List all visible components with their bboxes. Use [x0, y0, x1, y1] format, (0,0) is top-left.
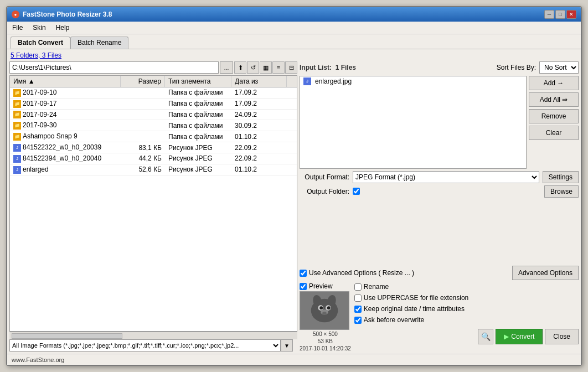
file-size-cell: 52,6 КБ	[121, 164, 165, 174]
action-buttons: 🔍 ▶ Convert Close	[354, 329, 579, 344]
advanced-options-button[interactable]: Advanced Options	[512, 266, 579, 280]
view-list-button[interactable]: ≡	[272, 61, 285, 74]
clear-button[interactable]: Clear	[529, 126, 579, 140]
maximize-button[interactable]: □	[555, 10, 565, 19]
list-item[interactable]: 📁2017-09-30 Папка с файлами 30.09.2	[10, 120, 297, 131]
file-date-cell: 01.10.2	[231, 164, 287, 174]
file-size-cell	[121, 102, 165, 105]
minimize-button[interactable]: ─	[544, 10, 554, 19]
title-bar-left: ● FastStone Photo Resizer 3.8	[12, 11, 112, 18]
rename-checkbox[interactable]	[354, 283, 362, 291]
input-list-box[interactable]: J enlarged.jpg	[300, 76, 527, 169]
file-type-cell: Папка с файлами	[165, 99, 231, 108]
settings-button[interactable]: Settings	[543, 171, 579, 183]
preview-action-button[interactable]: 🔍	[478, 329, 493, 344]
file-size-cell	[121, 136, 165, 138]
file-list[interactable]: Имя ▲ Размер Тип элемента Дата из 📁2017-…	[9, 75, 297, 332]
output-folder-checkbox[interactable]	[353, 188, 360, 195]
toolbar-icons: ⬆ ↺ ▦ ≡ ⊟	[234, 61, 297, 74]
list-item[interactable]: J841522394_w0_h0_20040 44,2 КБ Рисунок J…	[10, 153, 297, 164]
convert-label: Convert	[511, 333, 534, 340]
tab-batch-rename[interactable]: Batch Rename	[70, 37, 128, 49]
list-item[interactable]: 📁2017-09-17 Папка с файлами 17.09.2	[10, 99, 297, 110]
file-name-cell: 📁2017-09-17	[10, 99, 121, 109]
preview-filesize: 53 KB	[300, 338, 351, 344]
file-name-cell: 📁2017-09-30	[10, 120, 121, 131]
browse-button[interactable]: Browse	[544, 185, 579, 198]
file-date-cell: 30.09.2	[231, 121, 287, 131]
browse-path-button[interactable]: ...	[220, 61, 233, 74]
add-button[interactable]: Add →	[529, 76, 579, 90]
advanced-options-header: Use Advanced Options ( Resize ... ) Adva…	[300, 266, 579, 280]
list-item[interactable]: 📁2017-09-24 Папка с файлами 24.09.2	[10, 110, 297, 121]
uppercase-checkbox[interactable]	[354, 294, 362, 302]
view-small-button[interactable]: ▦	[260, 61, 272, 74]
file-type-cell: Рисунок JPEG	[165, 153, 231, 163]
preview-section: Preview	[300, 282, 351, 352]
list-item[interactable]: J841522322_w0_h0_20039 83,1 КБ Рисунок J…	[10, 142, 297, 153]
ask-overwrite-label: Ask before overwrite	[364, 316, 424, 324]
file-size-cell	[121, 113, 165, 116]
file-size-cell: 83,1 КБ	[121, 143, 165, 153]
tabs-row: Batch Convert Batch Rename	[7, 34, 581, 49]
sort-select[interactable]: No Sort Name Date Size	[539, 61, 579, 74]
list-item[interactable]: J enlarged.jpg	[300, 76, 526, 86]
menu-skin[interactable]: Skin	[31, 23, 47, 32]
menu-bar: File Skin Help	[7, 22, 581, 34]
add-all-button[interactable]: Add All ⇒	[529, 92, 579, 107]
file-date-cell: 17.09.2	[231, 99, 287, 108]
remove-button[interactable]: Remove	[529, 109, 579, 123]
file-date-cell: 22.09.2	[231, 143, 287, 153]
file-icon: J	[13, 155, 21, 163]
refresh-button[interactable]: ↺	[247, 61, 259, 74]
folder-icon: 📁	[13, 89, 21, 97]
file-icon: J	[303, 78, 311, 85]
file-type-cell: Папка с файлами	[165, 121, 231, 131]
sort-label: Sort Files By:	[497, 64, 536, 71]
list-item[interactable]: 📁2017-09-10 Папка с файлами 17.09.2	[10, 87, 297, 99]
col-header-name[interactable]: Имя ▲	[10, 76, 121, 87]
up-folder-button[interactable]: ⬆	[234, 61, 246, 74]
close-action-button[interactable]: Close	[545, 329, 579, 344]
filter-dropdown-button[interactable]: ▼	[281, 339, 293, 352]
convert-button[interactable]: ▶ Convert	[496, 329, 543, 344]
main-area: ... ⬆ ↺ ▦ ≡ ⊟ Имя ▲ Размер Тип элемента	[9, 61, 579, 352]
tab-batch-convert[interactable]: Batch Convert	[11, 37, 70, 49]
file-size-cell	[121, 91, 165, 94]
output-folder-label: Output Folder:	[300, 188, 349, 195]
output-section: Output Format: JPEG Format (*.jpg) Setti…	[300, 171, 579, 264]
folder-icon: 📁	[13, 133, 21, 141]
menu-help[interactable]: Help	[54, 23, 71, 32]
window-title: FastStone Photo Resizer 3.8	[23, 11, 112, 18]
preview-checkbox[interactable]	[300, 283, 307, 290]
horizontal-scrollbar[interactable]	[9, 332, 297, 339]
filter-select[interactable]: All Image Formats (*.jpg;*.jpe;*.jpeg;*.…	[9, 339, 281, 352]
menu-file[interactable]: File	[11, 23, 24, 32]
options-and-convert: Rename Use UPPERCASE for file extension …	[354, 282, 579, 344]
filter-bar: All Image Formats (*.jpg;*.jpe;*.jpeg;*.…	[9, 339, 297, 352]
col-header-type[interactable]: Тип элемента	[165, 76, 231, 87]
rename-row: Rename	[354, 282, 579, 291]
input-list-header: Input List: 1 Files Sort Files By: No So…	[300, 61, 579, 74]
right-panel: Input List: 1 Files Sort Files By: No So…	[300, 61, 579, 352]
ask-overwrite-checkbox[interactable]	[354, 317, 362, 324]
col-header-date[interactable]: Дата из	[231, 76, 287, 87]
list-item[interactable]: Jenlarged 52,6 КБ Рисунок JPEG 01.10.2	[10, 164, 297, 175]
path-bar: ... ⬆ ↺ ▦ ≡ ⊟	[9, 61, 297, 74]
path-input[interactable]	[9, 61, 219, 74]
preview-image	[300, 292, 349, 329]
list-item[interactable]: 📁Ashampoo Snap 9 Папка с файлами 01.10.2	[10, 131, 297, 142]
view-detail-button[interactable]: ⊟	[285, 61, 297, 74]
use-advanced-options-checkbox[interactable]	[300, 270, 307, 277]
keep-date-checkbox[interactable]	[354, 306, 362, 313]
app-icon: ●	[12, 11, 19, 18]
col-header-size[interactable]: Размер	[121, 76, 165, 87]
close-window-button[interactable]: ✕	[566, 10, 576, 19]
file-name-cell: J841522394_w0_h0_20040	[10, 153, 121, 164]
add-remove-buttons: Add → Add All ⇒ Remove Clear	[529, 76, 579, 169]
file-name-cell: J841522322_w0_h0_20039	[10, 142, 121, 153]
file-date-cell: 22.09.2	[231, 153, 287, 163]
file-name-cell: 📁Ashampoo Snap 9	[10, 131, 121, 142]
output-format-select[interactable]: JPEG Format (*.jpg)	[353, 171, 539, 183]
uppercase-row: Use UPPERCASE for file extension	[354, 293, 579, 302]
